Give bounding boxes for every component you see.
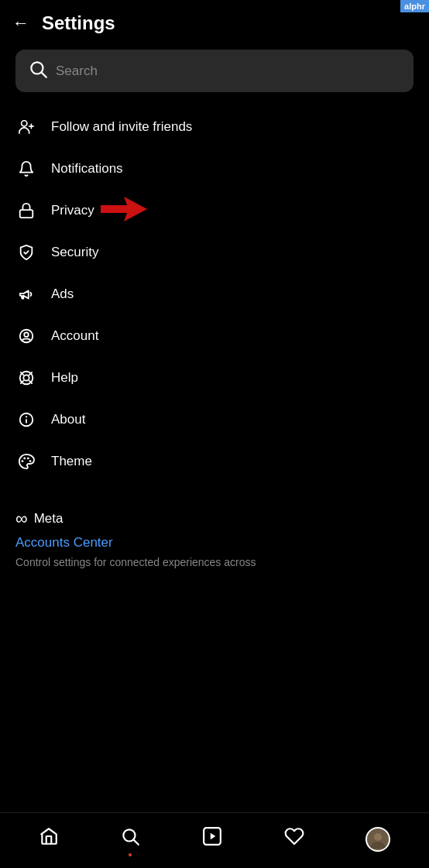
meta-brand-label: Meta [34,511,63,527]
meta-section: ∞ Meta Accounts Center Control settings … [0,501,429,572]
follow-label: Follow and invite friends [51,119,192,135]
search-icon [28,59,48,83]
palette-icon [15,453,37,470]
svg-rect-7 [101,205,129,213]
menu-item-privacy[interactable]: Privacy [0,190,429,232]
nav-home[interactable] [39,826,59,852]
meta-logo-icon: ∞ [15,509,28,529]
nav-search[interactable] [120,826,140,852]
back-button[interactable]: ← [12,13,29,33]
svg-point-21 [27,458,29,460]
privacy-label: Privacy [51,203,94,218]
home-icon [39,826,59,852]
svg-line-1 [42,73,46,77]
svg-point-22 [29,460,32,462]
search-placeholder: Search [56,63,98,79]
svg-point-20 [23,458,26,460]
profile-avatar [366,827,390,852]
svg-rect-5 [20,210,33,218]
follow-icon [15,118,37,136]
svg-point-9 [24,332,29,337]
menu-item-account[interactable]: Account [0,315,429,357]
info-icon [15,411,37,428]
search-dot [129,853,132,856]
account-label: Account [51,328,98,344]
accounts-center-link[interactable]: Accounts Center [15,535,414,551]
menu-item-notifications[interactable]: Notifications [0,148,429,190]
about-label: About [51,412,85,427]
page-title: Settings [42,12,115,34]
svg-line-24 [134,840,139,845]
watermark-badge: alphr [400,0,429,12]
nav-search-icon [120,826,140,852]
meta-logo-row: ∞ Meta [15,509,414,529]
notifications-label: Notifications [51,161,123,177]
privacy-arrow-indicator [101,195,147,226]
lock-icon [15,202,37,219]
svg-marker-26 [211,833,216,840]
heart-icon [284,826,304,852]
ads-label: Ads [51,286,74,302]
security-label: Security [51,245,98,260]
svg-point-2 [22,121,27,126]
reels-icon [202,826,222,852]
bottom-nav [0,812,429,868]
meta-description: Control settings for connected experienc… [15,556,256,568]
megaphone-icon [15,286,37,303]
svg-point-19 [22,460,24,462]
help-label: Help [51,370,78,386]
menu-item-about[interactable]: About [0,399,429,441]
header: ← Settings [0,0,429,42]
menu-item-security[interactable]: Security [0,232,429,273]
account-icon [15,328,37,345]
lifebuoy-icon [15,369,37,386]
svg-point-11 [23,375,29,380]
menu-item-ads[interactable]: Ads [0,273,429,315]
search-bar[interactable]: Search [15,50,414,92]
nav-heart[interactable] [284,826,304,852]
shield-icon [15,244,37,261]
settings-menu: Follow and invite friends Notifications … [0,106,429,482]
nav-reels[interactable] [202,826,222,852]
svg-point-28 [374,833,382,841]
menu-item-follow[interactable]: Follow and invite friends [0,106,429,148]
menu-item-help[interactable]: Help [0,357,429,399]
theme-label: Theme [51,454,92,469]
bell-icon [15,160,37,177]
nav-profile[interactable] [366,827,390,852]
menu-item-theme[interactable]: Theme [0,441,429,482]
